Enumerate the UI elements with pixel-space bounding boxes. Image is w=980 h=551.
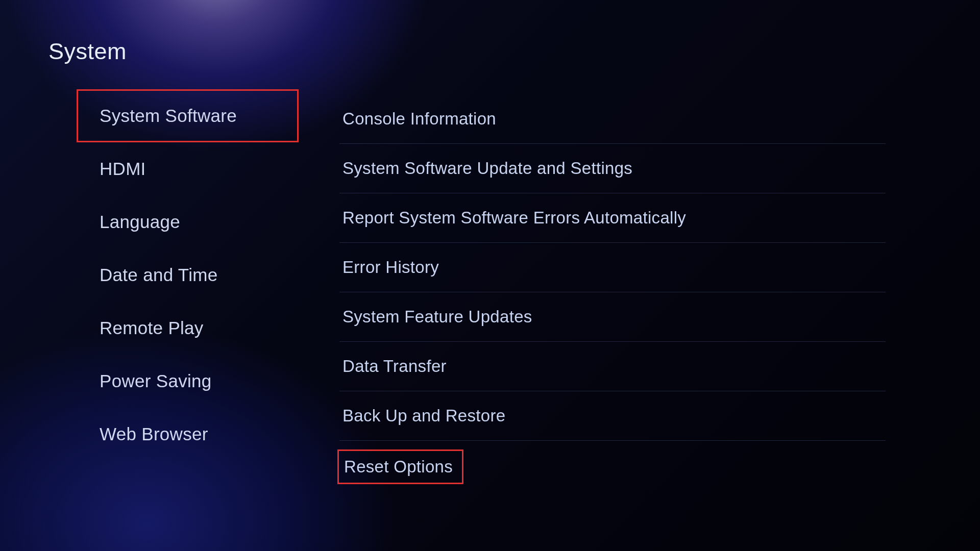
- sidebar-item-power-saving[interactable]: Power Saving: [77, 355, 299, 408]
- content-item-label: System Feature Updates: [342, 307, 532, 326]
- sidebar-item-label: Date and Time: [100, 265, 218, 285]
- content-item-label: Report System Software Errors Automatica…: [342, 208, 686, 227]
- content-item-report-errors[interactable]: Report System Software Errors Automatica…: [339, 193, 886, 243]
- sidebar-item-remote-play[interactable]: Remote Play: [77, 302, 299, 355]
- content-panel: Console Information System Software Upda…: [339, 94, 886, 484]
- content-item-reset-options[interactable]: Reset Options: [337, 449, 463, 484]
- content-item-label: Error History: [342, 258, 439, 277]
- sidebar-item-label: System Software: [100, 106, 237, 126]
- sidebar-item-label: Power Saving: [100, 371, 212, 391]
- content-item-data-transfer[interactable]: Data Transfer: [339, 342, 886, 391]
- content-item-back-up-restore[interactable]: Back Up and Restore: [339, 391, 886, 441]
- content-item-label: System Software Update and Settings: [342, 159, 632, 178]
- content-item-console-information[interactable]: Console Information: [339, 94, 886, 144]
- sidebar-item-label: Web Browser: [100, 424, 208, 444]
- sidebar-item-label: Remote Play: [100, 318, 204, 338]
- content-item-error-history[interactable]: Error History: [339, 243, 886, 292]
- sidebar-item-web-browser[interactable]: Web Browser: [77, 408, 299, 461]
- content-item-label: Data Transfer: [342, 357, 447, 375]
- content-item-system-feature-updates[interactable]: System Feature Updates: [339, 292, 886, 342]
- content-item-system-software-update[interactable]: System Software Update and Settings: [339, 144, 886, 193]
- content-item-label: Reset Options: [344, 457, 453, 476]
- sidebar-item-label: Language: [100, 212, 180, 232]
- sidebar: System Software HDMI Language Date and T…: [77, 89, 299, 461]
- sidebar-item-system-software[interactable]: System Software: [77, 89, 299, 142]
- page-title: System: [48, 38, 127, 65]
- content-item-label: Back Up and Restore: [342, 406, 505, 425]
- sidebar-item-date-and-time[interactable]: Date and Time: [77, 248, 299, 302]
- sidebar-item-label: HDMI: [100, 159, 146, 179]
- sidebar-item-hdmi[interactable]: HDMI: [77, 142, 299, 195]
- content-item-label: Console Information: [342, 109, 496, 128]
- sidebar-item-language[interactable]: Language: [77, 195, 299, 248]
